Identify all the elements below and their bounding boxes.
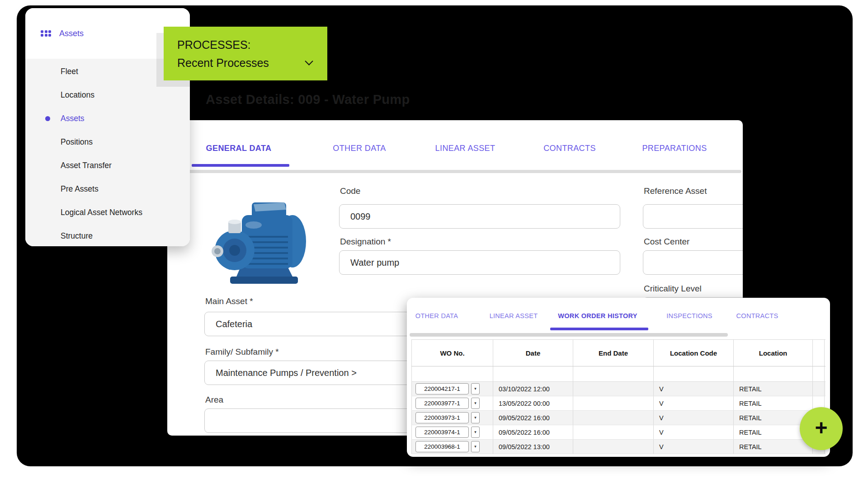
sidebar-item-label: Pre Assets: [61, 184, 99, 194]
wo-dropdown-button[interactable]: ▾: [471, 383, 480, 394]
sidebar-item-assets[interactable]: Assets: [25, 107, 190, 130]
work-order-history-panel: OTHER DATALINEAR ASSETWORK ORDER HISTORY…: [407, 298, 830, 457]
caret-down-icon: ▾: [474, 387, 476, 391]
designation-input[interactable]: Water pump: [339, 250, 620, 275]
column-header-spacer: [813, 340, 825, 366]
sidebar-item-label: Fleet: [61, 67, 78, 76]
wo-number-link[interactable]: 220003968-1: [415, 441, 469, 452]
sidebar-item-asset-transfer[interactable]: Asset Transfer: [25, 154, 190, 177]
table-row: 220003974-1▾09/05/2022 16:00VRETAIL: [411, 425, 826, 440]
designation-input-value: Water pump: [350, 258, 399, 268]
wo-number-cell: 220003968-1▾: [411, 440, 493, 454]
table-filter-row: [411, 366, 826, 382]
location-code-cell: V: [654, 411, 734, 425]
location-cell: RETAIL: [734, 382, 813, 396]
table-header-row: WO No.DateEnd DateLocation CodeLocation: [411, 339, 826, 366]
end-date-cell: [573, 396, 654, 410]
column-header-wo-no: WO No.: [411, 340, 493, 366]
wo-number-link[interactable]: 220004217-1: [415, 383, 469, 394]
sidebar-item-label: Logical Asset Networks: [61, 208, 142, 217]
recent-processes-dropdown[interactable]: PROCESSES: Recent Processes: [164, 27, 327, 80]
caret-down-icon: ▾: [474, 430, 476, 434]
location-code-cell: V: [654, 396, 734, 410]
column-header-date: Date: [493, 340, 573, 366]
wo-number-link[interactable]: 220003974-1: [415, 427, 469, 438]
location-cell: RETAIL: [734, 440, 813, 454]
wo-number-link[interactable]: 220003977-1: [415, 398, 469, 409]
tab-contracts[interactable]: CONTRACTS: [543, 144, 596, 153]
location-code-cell: V: [654, 382, 734, 396]
reference-asset-field-label: Reference Asset: [644, 186, 707, 196]
tab-linear-asset[interactable]: LINEAR ASSET: [435, 144, 495, 153]
filter-cell[interactable]: [654, 366, 734, 381]
filter-cell[interactable]: [734, 366, 813, 381]
date-cell: 09/05/2022 16:00: [493, 411, 573, 425]
location-code-cell: V: [654, 425, 734, 439]
date-cell: 09/05/2022 13:00: [493, 440, 573, 454]
history-tab-inspections[interactable]: INSPECTIONS: [666, 312, 712, 319]
main-panel-scrollbar[interactable]: [169, 170, 741, 173]
active-item-bullet-icon: [45, 116, 50, 121]
main-asset-input-value: Cafeteria: [216, 319, 252, 329]
history-active-tab-underline: [550, 328, 648, 330]
location-code-cell: V: [654, 440, 734, 454]
family-subfamily-field-label: Family/ Subfamily *: [205, 347, 279, 357]
sidebar-item-positions[interactable]: Positions: [25, 130, 190, 154]
assets-menu-items: FleetLocationsAssetsPositionsAsset Trans…: [25, 59, 190, 246]
sidebar-item-locations[interactable]: Locations: [25, 83, 190, 107]
filter-cell[interactable]: [493, 366, 573, 381]
cost-center-input[interactable]: [643, 250, 743, 275]
main-tab-bar: GENERAL DATAOTHER DATALINEAR ASSETCONTRA…: [167, 120, 743, 165]
caret-down-icon: ▾: [474, 401, 476, 405]
sidebar-item-logical-asset-networks[interactable]: Logical Asset Networks: [25, 201, 190, 224]
plus-icon: +: [815, 417, 827, 439]
family-subfamily-input-value: Maintenance Pumps / Prevention >: [216, 368, 357, 378]
add-button[interactable]: +: [800, 407, 843, 450]
tab-preparations[interactable]: PREPARATIONS: [642, 144, 707, 153]
history-tab-other-data[interactable]: OTHER DATA: [415, 312, 458, 319]
table-row: 220003973-1▾09/05/2022 16:00VRETAIL: [411, 411, 826, 425]
end-date-cell: [573, 440, 654, 454]
filter-cell[interactable]: [573, 366, 654, 381]
history-horizontal-scrollbar[interactable]: [410, 333, 728, 337]
sidebar-item-structure[interactable]: Structure: [25, 224, 190, 246]
sidebar-item-pre-assets[interactable]: Pre Assets: [25, 177, 190, 201]
sidebar-item-label: Structure: [61, 231, 93, 241]
history-tab-work-order-history[interactable]: WORK ORDER HISTORY: [558, 312, 637, 319]
filter-cell[interactable]: [411, 366, 493, 381]
tab-other-data[interactable]: OTHER DATA: [333, 144, 386, 153]
code-input[interactable]: 0099: [339, 204, 620, 229]
wo-number-link[interactable]: 220003973-1: [415, 412, 469, 423]
wo-dropdown-button[interactable]: ▾: [471, 398, 480, 409]
area-field-label: Area: [205, 395, 223, 405]
end-date-cell: [573, 382, 654, 396]
reference-asset-input[interactable]: [643, 204, 743, 229]
wo-number-cell: 220004217-1▾: [411, 382, 493, 396]
caret-down-icon: ▾: [474, 416, 476, 420]
caret-down-icon: ▾: [474, 445, 476, 449]
tab-general-data[interactable]: GENERAL DATA: [206, 144, 272, 153]
page-title: Asset Details: 009 - Water Pump: [206, 92, 410, 107]
designation-field-label: Designation *: [340, 237, 391, 247]
assets-menu-title: Assets: [59, 29, 84, 38]
location-cell: RETAIL: [734, 396, 813, 410]
history-tab-contracts[interactable]: CONTRACTS: [736, 312, 778, 319]
cost-center-field-label: Cost Center: [644, 237, 689, 247]
sidebar-item-label: Locations: [61, 90, 94, 100]
code-field-label: Code: [340, 186, 360, 196]
processes-label: PROCESSES:: [177, 36, 327, 54]
work-order-table: WO No.DateEnd DateLocation CodeLocation2…: [411, 339, 826, 454]
date-cell: 03/10/2022 12:00: [493, 382, 573, 396]
column-header-location-code: Location Code: [654, 340, 734, 366]
wo-dropdown-button[interactable]: ▾: [471, 412, 480, 423]
wo-dropdown-button[interactable]: ▾: [471, 427, 480, 438]
wo-dropdown-button[interactable]: ▾: [471, 441, 480, 452]
history-tab-linear-asset[interactable]: LINEAR ASSET: [490, 312, 538, 319]
table-row: 220004217-1▾03/10/2022 12:00VRETAIL: [411, 382, 826, 396]
app-canvas: Asset Details: 009 - Water Pump GENERAL …: [0, 0, 868, 488]
wo-number-cell: 220003974-1▾: [411, 425, 493, 439]
apps-grid-icon: [41, 30, 51, 37]
filter-cell[interactable]: [813, 366, 825, 381]
row-spacer-cell: [813, 382, 825, 396]
sidebar-item-label: Assets: [61, 114, 85, 123]
